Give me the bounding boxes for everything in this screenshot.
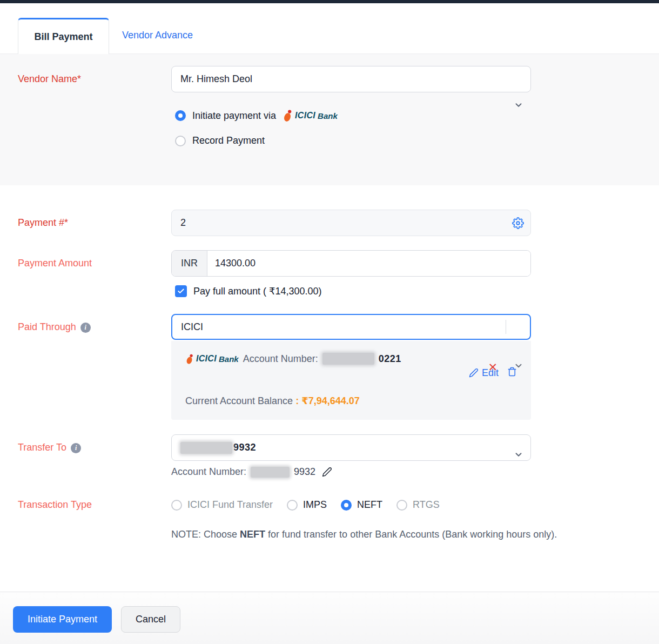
edit-transfer-account-icon[interactable] [322, 467, 332, 477]
input-divider [506, 320, 506, 334]
payment-amount-group: INR [171, 250, 531, 277]
tab-vendor-advance-label: Vendor Advance [122, 30, 193, 41]
gear-icon[interactable] [512, 217, 524, 229]
neft-note: NOTE: Choose NEFT for fund transfer to o… [171, 526, 582, 544]
transfer-to-label-text: Transfer To [18, 442, 66, 453]
tab-bill-payment-label: Bill Payment [34, 31, 92, 43]
icici-mark-icon [283, 109, 293, 122]
transfer-to-select[interactable]: 9932 [171, 434, 531, 461]
icici-bank-logo: ICICI Bank [283, 109, 338, 122]
footer-action-bar: Initiate Payment Cancel [0, 592, 659, 644]
redacted-account-number [180, 442, 232, 454]
pay-full-amount-label: Pay full amount ( ₹14,300.00) [193, 285, 322, 297]
radio-unselected-icon[interactable] [287, 500, 298, 511]
option-label: IMPS [303, 499, 327, 511]
balance-separator: : [295, 395, 299, 406]
note-suffix: for fund transfer to other Bank Accounts… [265, 529, 557, 540]
transfer-account-number-line: Account Number: 9932 [171, 466, 531, 478]
vendor-select-value: Mr. Himesh Deol [180, 73, 252, 85]
option-label: NEFT [357, 499, 382, 511]
radio-unselected-icon[interactable] [396, 500, 407, 511]
initiate-payment-label: Initiate payment via [192, 110, 276, 122]
info-icon[interactable]: i [71, 443, 81, 453]
payment-form: Payment #* Payment Amount INR Pay full a… [0, 185, 659, 544]
transaction-type-label: Transaction Type [18, 499, 171, 544]
record-payment-label: Record Payment [192, 135, 265, 146]
paid-through-label: Paid Through i [18, 314, 171, 420]
current-account-balance: Current Account Balance : ₹7,94,644.07 [185, 395, 517, 407]
account-number-suffix: 0221 [379, 353, 401, 365]
icici-mark-icon [185, 353, 194, 365]
pay-full-amount-option[interactable]: Pay full amount ( ₹14,300.00) [171, 285, 531, 297]
payment-amount-label: Payment Amount [18, 250, 171, 297]
radio-unselected-icon[interactable] [171, 500, 182, 511]
radio-selected-icon[interactable] [175, 110, 186, 121]
account-number-label: Account Number: [243, 353, 318, 365]
redacted-account-number [322, 353, 374, 365]
tab-vendor-advance[interactable]: Vendor Advance [109, 17, 206, 53]
icici-bank-logo: ICICI Bank [185, 353, 239, 365]
chevron-down-icon[interactable] [514, 100, 523, 112]
tab-bar: Bill Payment Vendor Advance [0, 3, 659, 54]
initiate-payment-option[interactable]: Initiate payment via ICICI Bank [171, 109, 531, 122]
icici-bank-word: Bank [318, 111, 338, 120]
vendor-name-label: Vendor Name* [18, 66, 171, 146]
cancel-button[interactable]: Cancel [121, 606, 180, 633]
option-label: RTGS [413, 499, 440, 511]
payment-amount-input[interactable] [207, 251, 530, 276]
tab-bill-payment[interactable]: Bill Payment [18, 18, 109, 54]
chevron-down-icon[interactable] [514, 361, 523, 373]
initiate-payment-button[interactable]: Initiate Payment [13, 606, 112, 633]
chevron-down-icon[interactable] [514, 450, 523, 462]
paid-through-input[interactable] [171, 314, 531, 340]
transfer-to-value-suffix: 9932 [233, 442, 256, 453]
option-icici-fund-transfer[interactable]: ICICI Fund Transfer [171, 499, 273, 511]
balance-amount: ₹7,94,644.07 [301, 395, 360, 406]
vendor-section: Vendor Name* Mr. Himesh Deol Initiate pa… [0, 54, 659, 185]
transfer-to-label: Transfer To i [18, 434, 171, 478]
icici-text: ICICI [295, 111, 315, 120]
icici-text: ICICI [196, 354, 217, 364]
transaction-type-options: ICICI Fund Transfer IMPS NEFT RTGS [171, 499, 531, 511]
currency-tag: INR [172, 251, 207, 276]
paid-through-account-panel: ICICI Bank Account Number: 0221 Edit [171, 341, 531, 420]
checkbox-checked-icon[interactable] [175, 285, 187, 297]
account-number-label: Account Number: [171, 466, 246, 478]
option-neft[interactable]: NEFT [341, 499, 382, 511]
vendor-select[interactable]: Mr. Himesh Deol [171, 66, 531, 92]
note-prefix: NOTE: Choose [171, 529, 240, 540]
radio-selected-icon[interactable] [341, 500, 352, 511]
pencil-icon [469, 368, 479, 378]
option-label: ICICI Fund Transfer [187, 499, 273, 511]
balance-label: Current Account Balance [185, 395, 293, 406]
redacted-account-number [251, 467, 290, 478]
payment-number-label: Payment #* [18, 210, 171, 236]
clear-icon[interactable]: ✕ [488, 361, 497, 373]
paid-through-label-text: Paid Through [18, 321, 76, 333]
info-icon[interactable]: i [80, 323, 91, 333]
radio-unselected-icon[interactable] [175, 136, 186, 146]
payment-number-input[interactable] [171, 210, 531, 236]
option-rtgs[interactable]: RTGS [396, 499, 440, 511]
note-bold: NEFT [240, 529, 265, 540]
icici-bank-word: Bank [219, 354, 239, 364]
record-payment-option[interactable]: Record Payment [171, 135, 531, 146]
option-imps[interactable]: IMPS [287, 499, 327, 511]
account-number-suffix: 9932 [294, 466, 315, 478]
